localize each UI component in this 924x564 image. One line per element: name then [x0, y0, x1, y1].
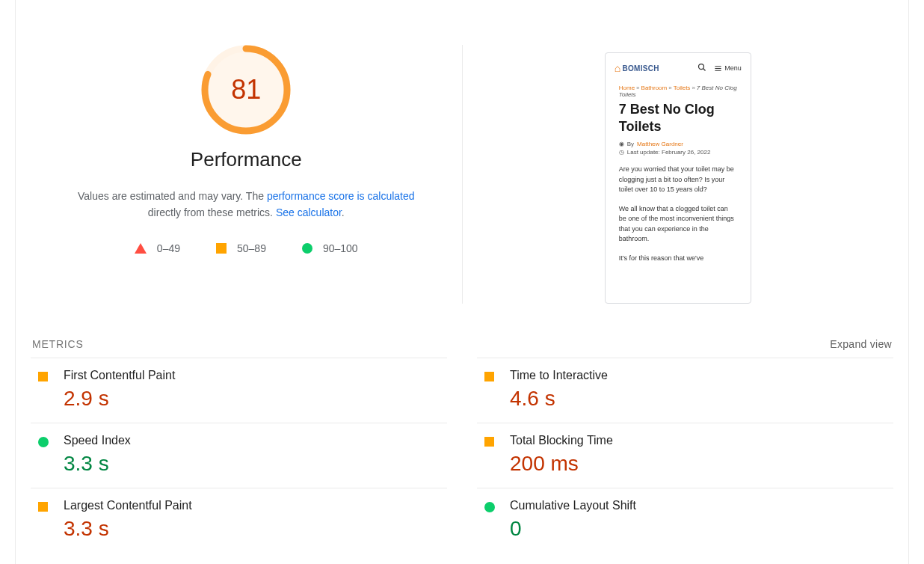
metric-status-icon [477, 434, 510, 447]
preview-header-actions: Menu [697, 63, 742, 73]
score-desc-text: . [342, 206, 345, 218]
metric-item[interactable]: First Contentful Paint2.9 s [31, 358, 447, 423]
breadcrumb-home: Home [619, 85, 635, 91]
legend-average: 50–89 [216, 242, 266, 254]
breadcrumb-cat: Bathroom [641, 85, 668, 91]
metric-status-icon [477, 499, 510, 512]
square-icon [484, 437, 494, 447]
square-icon [484, 372, 494, 381]
preview-body: Home»Bathroom»Toilets»7 Best No Clog Toi… [606, 80, 751, 263]
score-gauge: 81 [201, 45, 291, 135]
metric-item[interactable]: Time to Interactive4.6 s [477, 358, 893, 423]
preview-paragraph: Are you worried that your toilet may be … [619, 165, 737, 195]
metric-item[interactable]: Largest Contentful Paint3.3 s [31, 488, 447, 553]
svg-point-3 [699, 64, 704, 70]
legend-pass: 90–100 [302, 242, 358, 254]
legend-fail: 0–49 [135, 242, 180, 254]
square-icon [216, 243, 227, 254]
top-section: 81 Performance Values are estimated and … [31, 0, 893, 304]
score-legend: 0–49 50–89 90–100 [135, 242, 358, 254]
metric-status-icon [477, 369, 510, 382]
preview-article-title: 7 Best No Clog Toilets [619, 101, 737, 135]
metric-status-icon [31, 499, 64, 512]
preview-menu: Menu [714, 64, 742, 73]
circle-icon [484, 502, 495, 512]
circle-icon [38, 437, 49, 447]
preview-updated: ◷Last update: February 26, 2022 [619, 149, 737, 156]
page-screenshot: ⌂BOMISCH Menu Home»Bathroom»Toilets»7 Be… [605, 52, 751, 304]
user-icon: ◉ [619, 141, 624, 147]
svg-line-4 [703, 69, 706, 71]
triangle-icon [135, 243, 147, 254]
preview-author: Matthew Gardner [637, 141, 683, 147]
legend-pass-label: 90–100 [323, 242, 358, 254]
metric-name: Speed Index [64, 434, 447, 447]
breadcrumb-sub: Toilets [674, 85, 691, 91]
legend-avg-label: 50–89 [237, 242, 266, 254]
page-preview-panel: ⌂BOMISCH Menu Home»Bathroom»Toilets»7 Be… [463, 45, 894, 304]
metrics-header: METRICS Expand view [31, 338, 893, 350]
metric-status-icon [31, 369, 64, 382]
metric-item[interactable]: Total Blocking Time200 ms [477, 423, 893, 488]
expand-view-toggle[interactable]: Expand view [830, 338, 892, 350]
metric-name: Total Blocking Time [510, 434, 893, 447]
metric-name: First Contentful Paint [64, 369, 447, 382]
metric-value: 2.9 s [64, 387, 447, 411]
performance-score-panel: 81 Performance Values are estimated and … [31, 45, 463, 304]
metric-name: Time to Interactive [510, 369, 893, 382]
house-icon: ⌂ [615, 62, 621, 74]
score-value: 81 [231, 74, 261, 105]
preview-logo: ⌂BOMISCH [615, 62, 659, 74]
see-calculator-link[interactable]: See calculator [276, 206, 342, 218]
score-description: Values are estimated and may vary. The p… [63, 188, 429, 221]
by-label: By [627, 141, 634, 147]
metrics-grid: First Contentful Paint2.9 sTime to Inter… [31, 358, 893, 553]
preview-header: ⌂BOMISCH Menu [606, 62, 751, 80]
metric-name: Largest Contentful Paint [64, 499, 447, 512]
metric-name: Cumulative Layout Shift [510, 499, 893, 512]
preview-byline: ◉By Matthew Gardner [619, 141, 737, 147]
metric-item[interactable]: Speed Index3.3 s [31, 423, 447, 488]
metric-value: 200 ms [510, 452, 893, 476]
square-icon [38, 372, 48, 381]
preview-paragraph: We all know that a clogged toilet can be… [619, 204, 737, 245]
preview-paragraph: It's for this reason that we've [619, 254, 737, 264]
score-desc-text: Values are estimated and may vary. The [78, 190, 267, 202]
preview-breadcrumb: Home»Bathroom»Toilets»7 Best No Clog Toi… [619, 85, 737, 98]
circle-icon [302, 243, 312, 254]
metric-value: 0 [510, 517, 893, 541]
preview-logo-text: BOMISCH [623, 64, 659, 73]
score-calc-link[interactable]: performance score is calculated [267, 190, 415, 202]
metric-value: 3.3 s [64, 517, 447, 541]
preview-menu-label: Menu [724, 64, 742, 72]
metric-status-icon [31, 434, 64, 447]
square-icon [38, 502, 48, 512]
metric-item[interactable]: Cumulative Layout Shift0 [477, 488, 893, 553]
score-title: Performance [191, 148, 302, 171]
metric-value: 3.3 s [64, 452, 447, 476]
report-container: 81 Performance Values are estimated and … [15, 0, 909, 564]
score-desc-text: directly from these metrics. [148, 206, 276, 218]
search-icon [697, 63, 706, 73]
metrics-heading: METRICS [32, 338, 84, 350]
preview-updated-text: Last update: February 26, 2022 [627, 149, 711, 156]
metric-value: 4.6 s [510, 387, 893, 411]
clock-icon: ◷ [619, 149, 624, 156]
legend-fail-label: 0–49 [157, 242, 180, 254]
